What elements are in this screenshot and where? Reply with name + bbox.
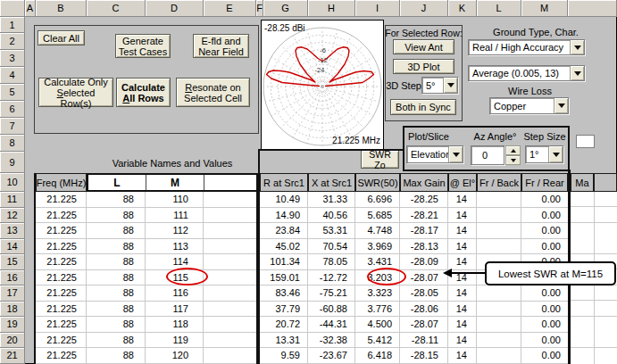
chevron-down-icon[interactable]: [554, 98, 568, 113]
cell[interactable]: 21.225: [36, 254, 87, 270]
cell[interactable]: 5.685: [355, 208, 400, 224]
cell[interactable]: 3.969: [355, 239, 400, 255]
column-header-M[interactable]: M: [521, 0, 568, 17]
cell[interactable]: 3.776: [355, 302, 400, 318]
cell[interactable]: [477, 223, 521, 239]
cell[interactable]: [477, 208, 521, 224]
cell[interactable]: 78.05: [308, 254, 355, 270]
cell[interactable]: 0.00: [521, 192, 568, 208]
row-header-6[interactable]: 6: [0, 101, 25, 118]
cell[interactable]: 0.00: [521, 348, 568, 364]
row-header-7[interactable]: 7: [0, 118, 25, 135]
cell[interactable]: 13.31: [260, 333, 308, 349]
cell[interactable]: 53.31: [308, 223, 355, 239]
cell[interactable]: 20.72: [260, 317, 308, 333]
cell[interactable]: -28.05: [400, 285, 448, 302]
cell[interactable]: 14.90: [260, 208, 308, 224]
column-header-E[interactable]: E: [204, 0, 256, 17]
column-header-C[interactable]: C: [87, 0, 146, 17]
view-ant-button[interactable]: View Ant: [393, 39, 454, 54]
cell[interactable]: 14: [448, 239, 477, 255]
column-header-A[interactable]: A: [25, 0, 36, 17]
cell[interactable]: 118: [146, 317, 204, 333]
cell[interactable]: [204, 270, 258, 286]
cell[interactable]: 110: [146, 192, 204, 208]
cell[interactable]: -32.38: [308, 333, 355, 349]
cell[interactable]: 88: [87, 192, 146, 208]
variable-blank-header[interactable]: [204, 175, 256, 190]
cell[interactable]: -28.09: [400, 254, 448, 270]
cell[interactable]: -28.21: [400, 208, 448, 224]
cell[interactable]: 5.412: [355, 333, 400, 349]
column-header-F[interactable]: F: [256, 0, 263, 17]
wire-loss-dropdown[interactable]: Copper: [489, 97, 569, 114]
cell[interactable]: [477, 285, 521, 302]
cell[interactable]: -28.25: [400, 192, 448, 208]
cell[interactable]: 14: [448, 333, 477, 349]
results-header-X at Src1[interactable]: X at Src1: [308, 173, 355, 192]
cell[interactable]: 40.56: [308, 208, 355, 224]
plot-slice-dropdown[interactable]: Elevation: [406, 145, 463, 163]
chevron-down-icon[interactable]: [570, 66, 584, 80]
row-header-11[interactable]: 11: [0, 192, 25, 208]
row-header-2[interactable]: 2: [0, 33, 25, 50]
cell[interactable]: 21.225: [36, 317, 87, 333]
results-header-Fr / Rear[interactable]: Fr / Rear: [521, 173, 568, 192]
cell[interactable]: 21.225: [36, 348, 87, 364]
column-header-I[interactable]: I: [355, 0, 400, 17]
cell[interactable]: 4.748: [355, 223, 400, 239]
cell[interactable]: 6.418: [355, 348, 400, 364]
cell[interactable]: 21.225: [36, 285, 87, 302]
cell[interactable]: [477, 302, 521, 318]
row-header-18[interactable]: 18: [0, 302, 25, 318]
results-header-Ma[interactable]: Ma: [571, 173, 594, 192]
ground-char-dropdown[interactable]: Average (0.005, 13): [468, 65, 585, 81]
cell[interactable]: 119: [146, 333, 204, 349]
cell[interactable]: 0.00: [521, 285, 568, 302]
results-header-Max Gain[interactable]: Max Gain: [400, 173, 448, 192]
cell[interactable]: 0.00: [521, 317, 568, 333]
row-header-20[interactable]: 20: [0, 333, 25, 349]
cell[interactable]: [204, 254, 258, 270]
cell[interactable]: 21.225: [36, 208, 87, 224]
cell[interactable]: 4.500: [355, 317, 400, 333]
variable-m-header[interactable]: M: [146, 175, 204, 190]
cell[interactable]: 0.00: [521, 223, 568, 239]
freq-column-header[interactable]: Freq (MHz): [36, 173, 87, 192]
cell[interactable]: -28.17: [400, 223, 448, 239]
cell[interactable]: 14: [448, 192, 477, 208]
cell[interactable]: 14: [448, 302, 477, 318]
cell[interactable]: 23.84: [260, 223, 308, 239]
cell[interactable]: 14: [448, 208, 477, 224]
cell[interactable]: 88: [87, 317, 146, 333]
column-header-G[interactable]: G: [263, 0, 308, 17]
row-header-8[interactable]: 8: [0, 135, 25, 152]
cell[interactable]: 117: [146, 302, 204, 318]
row-header-9[interactable]: 9: [0, 152, 25, 173]
cell[interactable]: 9.59: [260, 348, 308, 364]
cell[interactable]: 14: [448, 285, 477, 302]
calculate-selected-rows-button[interactable]: Calculate OnlySelected Row(s): [38, 78, 113, 107]
cell[interactable]: [477, 348, 521, 364]
cell[interactable]: -28.07: [400, 317, 448, 333]
swr-zo-button[interactable]: SWR Zo: [361, 150, 399, 169]
cell[interactable]: 0.00: [521, 208, 568, 224]
efld-near-field-button[interactable]: E-fld andNear Field: [193, 34, 249, 58]
chevron-down-icon[interactable]: [570, 40, 584, 54]
3d-plot-button[interactable]: 3D Plot: [393, 59, 454, 74]
cell[interactable]: 88: [87, 239, 146, 255]
cell[interactable]: 21.225: [36, 270, 87, 286]
row-header-10[interactable]: 10: [0, 173, 25, 192]
cell[interactable]: [204, 285, 258, 302]
cell[interactable]: [204, 239, 258, 255]
cell[interactable]: 159.01: [260, 270, 308, 286]
row-header-4[interactable]: 4: [0, 67, 25, 84]
results-header-blank[interactable]: [594, 173, 617, 192]
cell[interactable]: 21.225: [36, 192, 87, 208]
cell[interactable]: [204, 333, 258, 349]
blank-cell-box[interactable]: [576, 135, 595, 148]
row-header-3[interactable]: 3: [0, 50, 25, 67]
cell[interactable]: 21.225: [36, 333, 87, 349]
row-header-17[interactable]: 17: [0, 285, 25, 302]
cell[interactable]: 14: [448, 317, 477, 333]
